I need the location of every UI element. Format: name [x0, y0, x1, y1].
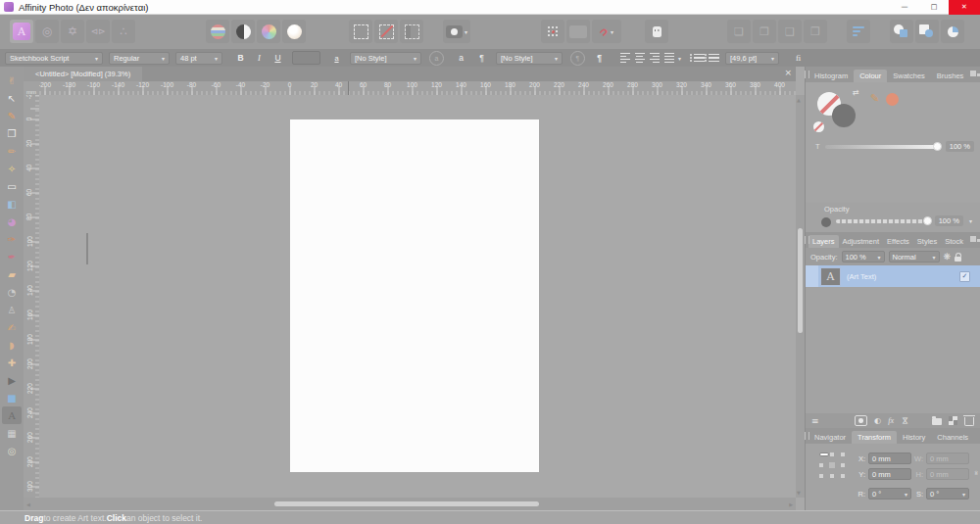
paragraph-circle-button[interactable]: ¶	[570, 51, 585, 66]
liquify-persona-button[interactable]: ✡	[61, 20, 84, 43]
more-tools-arrow[interactable]: ▶	[2, 371, 22, 389]
layer-effects-icon[interactable]: fx	[888, 416, 894, 425]
blend-mode-select[interactable]: Normal ▾	[889, 251, 940, 262]
anchor-point-selector[interactable]	[819, 453, 845, 478]
snapping-grid-button[interactable]	[541, 20, 564, 43]
align-center-button[interactable]	[632, 51, 647, 65]
tone-mapping-persona-button[interactable]: ⊲⊳	[86, 20, 110, 43]
shear-select[interactable]: 0 ° ▾	[926, 488, 969, 500]
delete-layer-icon[interactable]	[964, 417, 974, 426]
select-all-button[interactable]	[349, 20, 372, 43]
align-justify-button[interactable]	[662, 51, 676, 65]
smudge-tool[interactable]: ◗	[2, 336, 22, 354]
boolean-add-button[interactable]	[890, 20, 913, 43]
show-special-characters-button[interactable]: ¶	[472, 51, 491, 65]
mask-layer-icon[interactable]	[855, 415, 867, 426]
y-field[interactable]: 0 mm	[868, 468, 911, 480]
invert-selection-button[interactable]	[400, 20, 423, 43]
flood-select-tool[interactable]: ✧	[2, 160, 22, 177]
scroll-right-icon[interactable]: ▶	[789, 501, 793, 507]
scroll-down-icon[interactable]: ▼	[797, 490, 801, 496]
tab-navigator[interactable]: Navigator	[808, 431, 852, 444]
chevron-down-icon[interactable]: ▾	[465, 28, 467, 35]
tab-histogram[interactable]: Histogram	[808, 70, 854, 82]
layer-visibility-checkbox[interactable]: ✓	[959, 271, 970, 282]
auto-levels-button[interactable]	[206, 20, 229, 43]
close-button[interactable]: ✕	[949, 0, 980, 15]
paragraph-style-select[interactable]: [No Style] ▾	[496, 52, 563, 65]
chevron-down-icon[interactable]: ▾	[678, 55, 681, 62]
layer-opacity-select[interactable]: 100 % ▾	[842, 251, 885, 262]
font-size-select[interactable]: 48 pt ▾	[175, 52, 222, 65]
leading-select[interactable]: [49,6 pt] ▾	[725, 52, 779, 65]
erase-brush-tool[interactable]: ▰	[2, 265, 22, 283]
boolean-subtract-button[interactable]	[915, 20, 939, 43]
export-persona-button[interactable]: ∴	[112, 20, 135, 43]
horizontal-scrollbar[interactable]: ◀ ▶	[24, 498, 796, 510]
opacity-slider-knob[interactable]	[923, 216, 932, 225]
mesh-warp-tool[interactable]: ▦	[2, 424, 22, 442]
rectangle-tool[interactable]: ■	[2, 389, 22, 406]
colour-picker-tool[interactable]: ✎	[2, 107, 22, 124]
dodge-brush-tool[interactable]: ◔	[2, 283, 22, 301]
tab-effects[interactable]: Effects	[883, 235, 913, 248]
fill-colour-icon[interactable]	[832, 104, 856, 127]
flood-fill-tool[interactable]: ◧	[2, 195, 22, 213]
tint-value[interactable]: 100 %	[946, 141, 974, 152]
chevron-down-icon[interactable]: ▾	[969, 217, 972, 224]
move-to-front-button[interactable]: ❏	[727, 20, 751, 43]
vertical-scrollbar[interactable]: ▲ ▼	[796, 95, 805, 498]
align-right-button[interactable]	[647, 51, 662, 65]
deselect-button[interactable]	[374, 20, 398, 43]
layers-empty-area[interactable]	[806, 287, 980, 413]
move-forward-button[interactable]: ❐	[753, 20, 776, 43]
layer-name[interactable]: (Art Text)	[847, 272, 876, 281]
layer-thumbnail[interactable]: A	[820, 267, 841, 286]
colour-replacement-brush-tool[interactable]: ✒	[2, 248, 22, 265]
clone-brush-tool[interactable]: ♙	[2, 301, 22, 318]
opacity-value[interactable]: 100 %	[935, 215, 963, 226]
tint-slider[interactable]	[825, 145, 941, 149]
healing-brush-tool[interactable]: ✚	[2, 354, 22, 371]
tab-swatches[interactable]: Swatches	[887, 70, 931, 82]
tab-stock[interactable]: Stock	[941, 235, 967, 248]
move-to-back-button[interactable]: ❒	[804, 20, 827, 43]
move-backward-button[interactable]: ❑	[778, 20, 802, 43]
pattern-layer-icon[interactable]	[949, 416, 957, 425]
snapping-toggle-button[interactable]	[566, 20, 590, 43]
paint-brush-tool[interactable]: ✑	[2, 230, 22, 248]
tab-colour[interactable]: Colour	[854, 70, 887, 82]
paragraph-panel-button[interactable]: ¶	[590, 51, 609, 65]
tab-channels[interactable]: Channels	[931, 431, 974, 444]
quick-mask-button[interactable]: ▾	[443, 20, 470, 43]
underline-button[interactable]: U	[269, 51, 287, 65]
rotation-select[interactable]: 0 ° ▾	[868, 488, 911, 500]
maximize-button[interactable]: □	[919, 0, 949, 15]
auto-colour-button[interactable]	[257, 20, 280, 43]
view-tool[interactable]: ✌	[2, 71, 22, 89]
x-field[interactable]: 0 mm	[868, 453, 911, 464]
horizontal-scrollbar-thumb[interactable]	[274, 501, 539, 506]
tab-transform[interactable]: Transform	[852, 431, 897, 444]
live-filter-icon[interactable]: ⋈	[901, 417, 909, 425]
minimize-button[interactable]: —	[890, 0, 919, 15]
ligatures-button[interactable]: fi	[789, 51, 808, 65]
lock-icon[interactable]	[955, 257, 961, 262]
italic-button[interactable]: I	[250, 51, 269, 65]
scroll-up-icon[interactable]: ▲	[797, 97, 801, 103]
secondary-colour-none-icon[interactable]	[813, 121, 824, 132]
boolean-divide-button[interactable]	[941, 20, 964, 43]
vertical-scrollbar-thumb[interactable]	[798, 228, 803, 333]
text-colour-swatch[interactable]	[292, 51, 320, 65]
opacity-slider[interactable]	[836, 219, 931, 223]
font-style-select[interactable]: Regular ▾	[109, 52, 170, 65]
picked-colour-dot[interactable]	[886, 93, 899, 106]
h-field[interactable]: 0 mm	[926, 468, 969, 480]
link-dimensions-icon[interactable]: ∞	[972, 470, 980, 476]
crop-tool[interactable]: ❐	[2, 124, 22, 142]
document-page[interactable]	[290, 119, 539, 472]
photo-persona-button[interactable]: A	[10, 20, 33, 43]
gear-icon[interactable]: ❋	[944, 252, 952, 262]
layers-stack-icon[interactable]: ≡	[811, 416, 818, 426]
character-button[interactable]: a	[452, 51, 470, 65]
